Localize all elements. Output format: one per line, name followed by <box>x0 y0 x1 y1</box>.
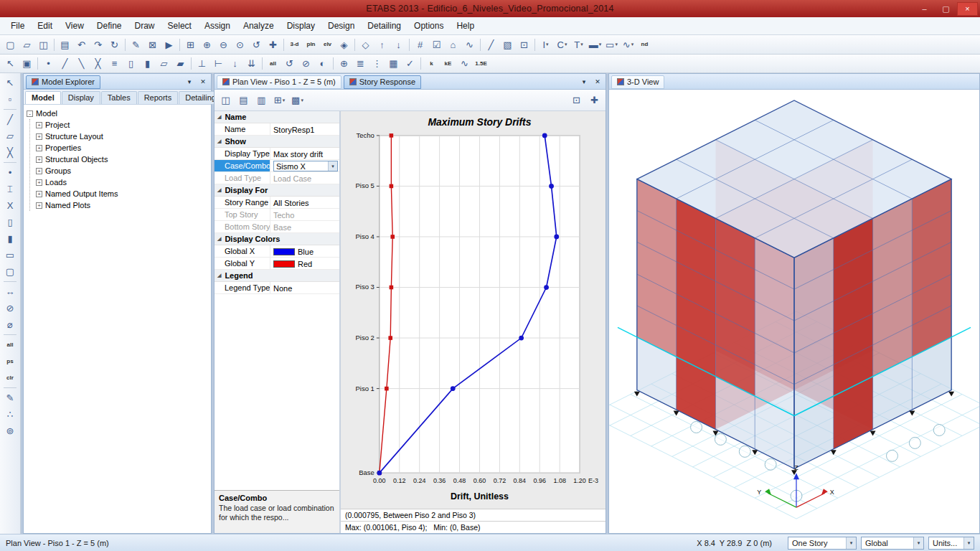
assign-point-load[interactable]: ↓ <box>227 56 243 72</box>
menu-define[interactable]: Define <box>90 18 128 34</box>
check-model[interactable]: ✓ <box>402 56 418 72</box>
tree-node-named-plots[interactable]: +Named Plots <box>36 199 209 211</box>
section-channel-dropdown[interactable]: ▾ <box>565 42 567 47</box>
object-shrink-toggle[interactable]: ◇ <box>357 37 374 52</box>
zoom-full[interactable]: ⊙ <box>232 37 248 52</box>
property-row-top-story[interactable]: Top StoryTecho <box>215 209 339 221</box>
draw-special-joint[interactable]: • <box>1 164 19 181</box>
show-table-dropdown[interactable]: ▾ <box>283 98 286 103</box>
units-select[interactable]: Units...▾ <box>928 537 974 550</box>
draw-polygon-select[interactable]: ▱ <box>1 128 19 144</box>
close-button[interactable]: × <box>957 2 978 16</box>
reshape-object[interactable]: ▣ <box>19 56 35 72</box>
assign-restraints[interactable]: ⊥ <box>194 56 210 72</box>
draw-grid-line[interactable]: ╱ <box>1 111 19 128</box>
combo-dropdown-arrow[interactable]: ▾ <box>328 161 337 171</box>
draw-frame-element[interactable]: ╱ <box>57 56 73 72</box>
measure-tool[interactable]: ⌀ <box>1 316 19 333</box>
intersecting-line-select[interactable]: ╳ <box>1 144 19 161</box>
maximize-button[interactable]: ▢ <box>936 2 956 16</box>
explorer-tab-display[interactable]: Display <box>62 91 100 104</box>
minimize-button[interactable]: – <box>914 2 935 16</box>
section-channel[interactable]: C▾ <box>554 37 570 52</box>
property-row-load-type[interactable]: Load TypeLoad Case <box>215 172 339 184</box>
lock-model[interactable]: ⊠ <box>144 37 161 52</box>
property-value[interactable]: Sismo X▾ <box>270 160 339 171</box>
divide-frames[interactable]: ⋮ <box>369 56 385 72</box>
show-table[interactable]: ⊞▾ <box>271 93 288 108</box>
show-all[interactable]: all <box>1 336 19 353</box>
get-previous-selection[interactable]: ↺ <box>281 56 298 72</box>
coordinate-system-select[interactable]: Global▾ <box>861 537 924 550</box>
tree-expand-icon[interactable]: + <box>36 133 42 140</box>
draw-frame-object[interactable]: ⌶ <box>1 181 19 197</box>
property-row-global-y[interactable]: Global YRed <box>215 258 339 270</box>
property-value[interactable]: None <box>270 282 339 293</box>
named-views[interactable]: ◈ <box>336 37 352 52</box>
merge-joints[interactable]: ⊕ <box>336 56 352 72</box>
new-model[interactable]: ▢ <box>2 37 19 52</box>
tree-expand-icon[interactable]: + <box>36 145 42 151</box>
tree-expand-icon[interactable]: + <box>36 202 42 209</box>
paint-properties[interactable]: ✎ <box>1 390 19 406</box>
undo[interactable]: ↶ <box>73 37 90 52</box>
tree-expand-icon[interactable]: + <box>36 122 42 128</box>
property-value[interactable]: Max story drift <box>270 148 339 159</box>
tree-node-structural-objects[interactable]: +Structural Objects <box>36 154 209 165</box>
draw-dimension-line[interactable]: ↔ <box>1 283 19 300</box>
property-group-show[interactable]: ◢Show <box>215 136 339 148</box>
menu-select[interactable]: Select <box>161 18 198 34</box>
section-link[interactable]: ∿▾ <box>620 37 636 52</box>
menu-assign[interactable]: Assign <box>198 18 237 34</box>
tree-node-named-output-items[interactable]: +Named Output Items <box>36 188 209 199</box>
model-explorer-title-tab[interactable]: Model Explorer <box>26 75 100 89</box>
align-edges[interactable]: ≣ <box>352 56 369 72</box>
refresh-window[interactable]: ↻ <box>106 37 123 52</box>
tree-node-model[interactable]: -Model <box>27 108 209 119</box>
draw-braces-object[interactable]: X <box>1 197 19 214</box>
export-plot[interactable]: ▥ <box>253 93 270 108</box>
draw-shell[interactable]: ▧ <box>499 37 516 52</box>
menu-help[interactable]: Help <box>450 18 481 34</box>
explorer-tab-tables[interactable]: Tables <box>101 91 137 104</box>
auto-arrange[interactable]: ⊡ <box>568 93 585 108</box>
menu-detailing[interactable]: Detailing <box>361 18 407 34</box>
tree-node-loads[interactable]: +Loads <box>36 176 209 188</box>
effective-stiffness[interactable]: k <box>423 56 440 72</box>
move-up-one-story[interactable]: ↑ <box>374 37 390 52</box>
tree-expand-icon[interactable]: + <box>36 191 42 197</box>
tab-3d-view[interactable]: 3-D View <box>611 75 664 89</box>
select-dropdown-arrow[interactable]: ▾ <box>963 537 974 549</box>
select-dropdown-arrow[interactable]: ▾ <box>846 537 856 549</box>
property-value[interactable]: All Stories <box>270 197 339 208</box>
tree-node-properties[interactable]: +Properties <box>36 142 209 154</box>
tree-collapse-icon[interactable]: - <box>27 110 33 117</box>
draw-wall[interactable]: ▯ <box>123 56 139 72</box>
draw-floor[interactable]: ▱ <box>156 56 172 72</box>
menu-design[interactable]: Design <box>321 18 361 34</box>
grid-visibility[interactable]: # <box>412 37 428 52</box>
tree-expand-icon[interactable]: + <box>36 156 42 163</box>
snap-points[interactable]: ∴ <box>1 406 19 423</box>
draw-opening[interactable]: ▢ <box>1 263 19 280</box>
case-combo-combo[interactable]: Sismo X▾ <box>273 161 338 171</box>
run-analysis[interactable]: ▶ <box>161 37 177 52</box>
tree-expand-icon[interactable]: + <box>36 179 42 186</box>
property-row-case-combo[interactable]: Case/ComboSismo X▾ <box>215 160 339 172</box>
property-value[interactable]: Base <box>270 221 339 232</box>
assign-releases[interactable]: ⊢ <box>210 56 227 72</box>
zoom-out[interactable]: ⊖ <box>215 37 232 52</box>
zoom-in[interactable]: ⊕ <box>199 37 215 52</box>
tab-plan-view-piso-1-z-5-m[interactable]: Plan View - Piso 1 - Z = 5 (m) <box>217 75 341 89</box>
panel-menu-button[interactable]: ▾ <box>578 76 590 88</box>
section-wall[interactable]: ▬▾ <box>587 37 603 52</box>
draw-wall-object[interactable]: ▯ <box>1 214 19 230</box>
draw-joint[interactable]: • <box>40 56 57 72</box>
view-elevation[interactable]: elv <box>319 37 336 52</box>
quick-draw-braces[interactable]: ╳ <box>90 56 106 72</box>
clear-selection[interactable]: ⊘ <box>298 56 314 72</box>
section-i-dropdown[interactable]: ▾ <box>546 42 549 47</box>
menu-analyze[interactable]: Analyze <box>237 18 281 34</box>
menu-display[interactable]: Display <box>281 18 321 34</box>
view-3d-viewport[interactable]: X Y Z <box>609 90 979 533</box>
